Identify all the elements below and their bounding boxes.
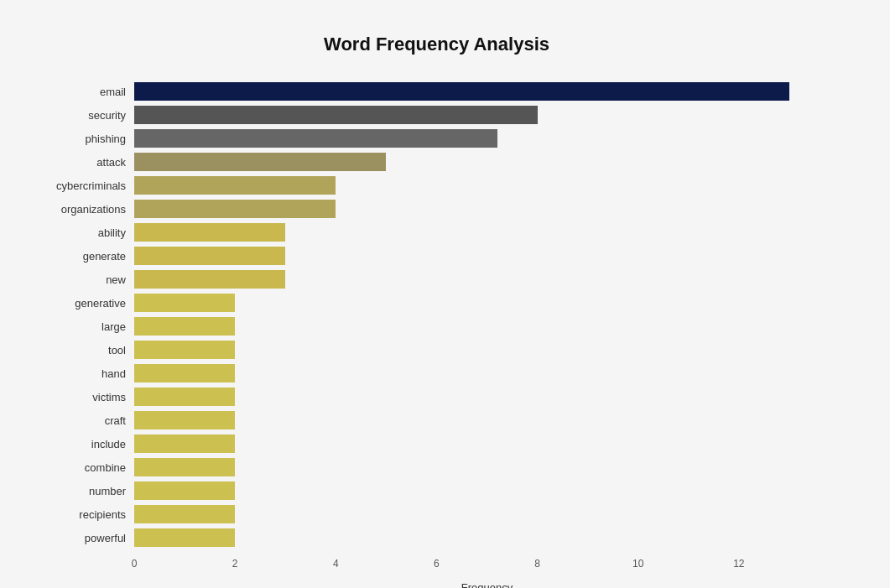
bar-row: tool xyxy=(34,339,840,361)
bar-row: large xyxy=(34,315,840,337)
bar-row: email xyxy=(34,81,840,102)
bar-row: new xyxy=(34,268,840,290)
bar-label: new xyxy=(34,273,134,286)
bar-row: organizations xyxy=(34,198,840,220)
bar-fill xyxy=(134,294,235,312)
bar-label: craft xyxy=(34,414,134,427)
bar-label: generate xyxy=(34,250,134,263)
bar-label: large xyxy=(34,320,134,333)
bar-fill xyxy=(134,388,235,406)
bar-label: include xyxy=(34,438,134,450)
bar-row: powerful xyxy=(34,527,840,549)
bar-fill xyxy=(134,411,235,429)
bar-label: powerful xyxy=(34,532,134,544)
bar-row: cybercriminals xyxy=(34,174,840,196)
bar-label: hand xyxy=(34,367,134,380)
bar-row: attack xyxy=(34,151,840,173)
bar-row: craft xyxy=(34,409,840,431)
bar-row: combine xyxy=(34,456,840,478)
x-tick: 2 xyxy=(232,558,238,570)
bar-row: phishing xyxy=(34,127,840,149)
x-tick: 12 xyxy=(733,558,744,570)
chart-title: Word Frequency Analysis xyxy=(34,34,840,55)
bar-fill xyxy=(134,82,789,101)
bar-label: ability xyxy=(34,226,134,239)
x-tick: 10 xyxy=(632,558,643,570)
bar-row: ability xyxy=(34,221,840,243)
bar-label: cybercriminals xyxy=(34,180,134,192)
bar-label: email xyxy=(34,86,134,98)
bar-label: number xyxy=(34,485,134,497)
bar-fill xyxy=(134,247,285,265)
bar-fill xyxy=(134,505,235,523)
bar-row: include xyxy=(34,433,840,455)
chart-container: Word Frequency Analysis emailsecurityphi… xyxy=(17,17,873,588)
bar-label: recipients xyxy=(34,508,134,521)
bar-fill xyxy=(134,200,336,218)
bar-fill xyxy=(134,176,336,195)
bar-label: attack xyxy=(34,156,134,169)
bar-label: combine xyxy=(34,461,134,474)
bar-label: phishing xyxy=(34,133,134,145)
bar-fill xyxy=(134,458,235,476)
bar-label: organizations xyxy=(34,203,134,216)
x-tick: 6 xyxy=(434,558,440,570)
x-axis: 024681012 xyxy=(134,554,840,575)
bar-row: generative xyxy=(34,292,840,314)
bar-fill xyxy=(134,341,235,359)
bar-row: number xyxy=(34,480,840,502)
x-tick: 8 xyxy=(534,558,540,570)
x-tick: 0 xyxy=(132,558,138,570)
bar-row: security xyxy=(34,104,840,126)
bar-fill xyxy=(134,434,235,453)
bar-fill xyxy=(134,270,285,289)
bar-label: generative xyxy=(34,297,134,310)
bar-row: recipients xyxy=(34,503,840,525)
bar-label: victims xyxy=(34,391,134,403)
bar-row: hand xyxy=(34,362,840,384)
bar-fill xyxy=(134,481,235,500)
bar-label: security xyxy=(34,109,134,122)
bar-label: tool xyxy=(34,344,134,356)
bar-fill xyxy=(134,106,538,124)
x-tick: 4 xyxy=(333,558,339,570)
bar-row: generate xyxy=(34,245,840,267)
x-axis-label: Frequency xyxy=(34,581,840,588)
bar-row: victims xyxy=(34,386,840,408)
bar-fill xyxy=(134,317,235,336)
bar-fill xyxy=(134,364,235,382)
bar-fill xyxy=(134,153,386,171)
bar-fill xyxy=(134,528,235,547)
bar-fill xyxy=(134,223,285,242)
bar-fill xyxy=(134,129,497,148)
